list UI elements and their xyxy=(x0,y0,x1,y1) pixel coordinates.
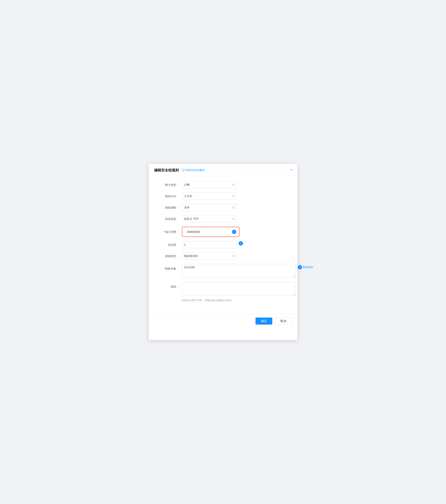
auth-policy-content: 允许 xyxy=(182,204,289,211)
priority-row: 优先级： i xyxy=(157,241,289,248)
protocol-select[interactable]: 自定义 TCP xyxy=(182,216,237,222)
priority-content: i xyxy=(182,241,289,248)
dialog-footer: 确定 取消 xyxy=(149,314,297,328)
priority-input[interactable] xyxy=(182,241,237,248)
teach-link[interactable]: i 教我设置 xyxy=(298,264,313,270)
auth-target-content: i 教我设置 xyxy=(182,264,313,278)
priority-info-icon[interactable]: i xyxy=(239,241,243,246)
port-range-label: *端口范围： xyxy=(157,228,182,235)
priority-label: 优先级： xyxy=(157,241,182,248)
auth-policy-label: 授权策略： xyxy=(157,204,182,211)
port-range-input[interactable] xyxy=(185,229,230,235)
dialog-header: 编辑安全组规则 ? 添加安全组规则 × xyxy=(149,164,297,176)
rule-direction-select[interactable]: 入方向 xyxy=(182,193,237,200)
auth-type-row: 授权类型： 地址段访问 xyxy=(157,252,289,260)
desc-label: 描述： xyxy=(157,282,182,290)
auth-target-row: *授权对象： i 教我设置 xyxy=(157,264,289,278)
teach-label: 教我设置 xyxy=(303,266,313,269)
confirm-button[interactable]: 确定 xyxy=(255,318,272,324)
auth-target-required-mark: * xyxy=(164,267,165,270)
protocol-label: 协议类型： xyxy=(157,216,182,222)
dialog-body: 网卡类型： 公网 规则方向： 入方向 授权策略： 允许 协议类型： 自定义 TC… xyxy=(149,176,297,310)
rule-direction-row: 规则方向： 入方向 xyxy=(157,193,289,200)
auth-type-label: 授权类型： xyxy=(157,252,182,260)
protocol-row: 协议类型： 自定义 TCP xyxy=(157,216,289,222)
desc-content: 长度为2-256个字符，不能以http://或https://开头。 xyxy=(182,282,295,302)
edit-security-group-dialog: 编辑安全组规则 ? 添加安全组规则 × 网卡类型： 公网 规则方向： 入方向 授… xyxy=(149,164,297,340)
rule-direction-content: 入方向 xyxy=(182,193,289,200)
port-range-content: i xyxy=(182,227,289,237)
rule-direction-label: 规则方向： xyxy=(157,193,182,200)
nic-type-row: 网卡类型： 公网 xyxy=(157,181,289,188)
port-range-highlight: i xyxy=(182,227,239,237)
auth-target-label: *授权对象： xyxy=(157,264,182,272)
auth-type-select[interactable]: 地址段访问 xyxy=(182,252,237,260)
port-info-icon[interactable]: i xyxy=(232,230,236,234)
desc-hint: 长度为2-256个字符，不能以http://或https://开头。 xyxy=(182,299,234,302)
add-rule-link[interactable]: ? 添加安全组规则 xyxy=(181,168,205,172)
auth-policy-row: 授权策略： 允许 xyxy=(157,204,289,211)
help-icon: ? xyxy=(181,169,185,172)
protocol-content: 自定义 TCP xyxy=(182,216,289,222)
cancel-button[interactable]: 取消 xyxy=(275,318,292,324)
dialog-title: 编辑安全组规则 xyxy=(154,168,179,173)
desc-row: 描述： 长度为2-256个字符，不能以http://或https://开头。 xyxy=(157,282,289,302)
add-rule-label: 添加安全组规则 xyxy=(185,168,205,172)
auth-policy-select[interactable]: 允许 xyxy=(182,204,237,211)
close-button[interactable]: × xyxy=(290,168,293,172)
auth-target-input[interactable] xyxy=(182,264,295,278)
nic-type-label: 网卡类型： xyxy=(157,181,182,188)
teach-info-icon: i xyxy=(298,265,302,270)
port-range-row: *端口范围： i xyxy=(157,227,289,237)
nic-type-select[interactable]: 公网 xyxy=(182,181,237,188)
nic-type-content: 公网 xyxy=(182,181,289,188)
port-required-mark: * xyxy=(164,230,165,234)
auth-type-content: 地址段访问 xyxy=(182,252,289,260)
desc-input[interactable] xyxy=(182,282,295,296)
